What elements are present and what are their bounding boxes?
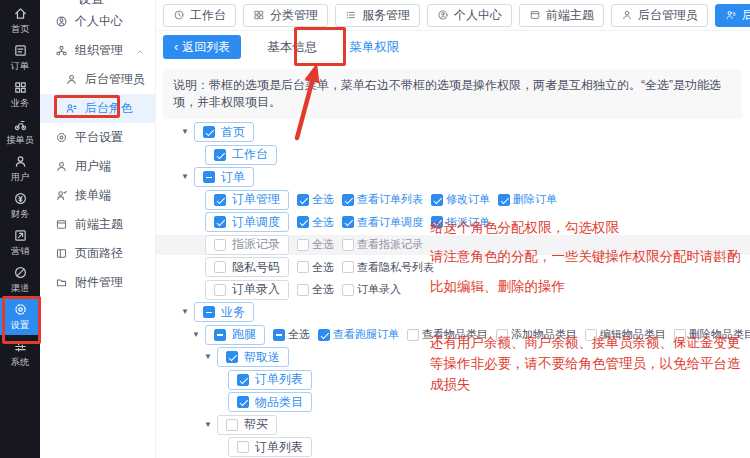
checkbox[interactable] [342,216,354,228]
caret-down-icon[interactable]: ▼ [204,353,217,361]
sidebar-item-admin-roles[interactable]: 后台角色 [40,94,155,123]
checkbox[interactable] [496,329,508,341]
permission-option[interactable]: 查看指派记录 [342,237,423,252]
checkbox[interactable] [431,194,443,206]
permission-option[interactable]: 全选 [297,282,334,297]
sidebar-item-user-client[interactable]: 用户端 [40,152,155,181]
checkbox[interactable] [585,329,597,341]
checkbox[interactable] [297,216,309,228]
rail-item-finance[interactable]: 财务 [0,187,40,224]
checkbox[interactable] [297,239,309,251]
rail-item-system[interactable]: 系统 [0,335,40,372]
checkbox[interactable] [674,329,686,341]
checkbox[interactable] [342,194,354,206]
checkbox[interactable] [226,419,238,431]
sidebar-item-attachments[interactable]: 附件管理 [40,268,155,297]
tree-node-订单管理[interactable]: 订单管理 [205,190,289,210]
checkbox[interactable] [214,194,226,206]
checkbox[interactable] [342,239,354,251]
caret-down-icon[interactable]: ▼ [181,308,194,316]
permission-option[interactable]: 查看隐私号列表 [342,260,434,275]
permission-option[interactable]: 全选 [297,215,334,230]
sidebar-item-platform-settings[interactable]: 平台设置 [40,123,155,152]
rail-item-couriers[interactable]: 接单员 [0,113,40,150]
tree-node-订单调度[interactable]: 订单调度 [205,212,289,232]
sidebar-item-profile[interactable]: 个人中心 [40,7,155,36]
tab-admin-accounts[interactable]: 后台管理员 [611,4,708,27]
sidebar-item-courier-client[interactable]: 接单端 [40,181,155,210]
checkbox[interactable] [498,194,510,206]
permission-option[interactable]: 查看订单列表 [342,192,423,207]
checkbox[interactable] [214,239,226,251]
tab-service-management[interactable]: 服务管理 [335,4,420,27]
checkbox[interactable] [226,351,238,363]
checkbox[interactable] [342,261,354,273]
permission-option[interactable]: 全选 [297,237,334,252]
permission-option[interactable]: 修改订单 [431,192,490,207]
rail-item-marketing[interactable]: 营销 [0,224,40,261]
checkbox[interactable] [214,149,226,161]
tree-node-隐私号码[interactable]: 隐私号码 [205,257,289,277]
checkbox[interactable] [203,126,215,138]
rail-item-business[interactable]: 业务 [0,76,40,113]
permission-option[interactable]: 全选 [297,192,334,207]
detail-tab-basic-info[interactable]: 基本信息 [267,39,317,56]
rail-item-settings[interactable]: 设置 [0,298,40,335]
permission-option[interactable]: 查看物品类目 [407,327,488,342]
checkbox[interactable] [237,441,249,453]
rail-item-users[interactable]: 用户 [0,150,40,187]
checkbox[interactable] [297,284,309,296]
checkbox[interactable] [407,329,419,341]
caret-down-icon[interactable]: ▼ [192,331,205,339]
tree-node-跑腿[interactable]: 跑腿 [205,325,265,345]
tree-node-帮取送[interactable]: 帮取送 [217,347,289,367]
checkbox[interactable] [431,216,443,228]
tree-node-指派记录[interactable]: 指派记录 [205,235,289,255]
permission-option[interactable]: 删除订单 [498,192,557,207]
tree-node-订单列表[interactable]: 订单列表 [228,370,312,390]
tab-frontend-theme[interactable]: 前端主题 [519,4,604,27]
checkbox[interactable] [297,194,309,206]
tree-node-订单录入[interactable]: 订单录入 [205,280,289,300]
sidebar-item-frontend-theme[interactable]: 前端主题 [40,210,155,239]
tree-node-帮买[interactable]: 帮买 [217,415,277,435]
tree-node-业务[interactable]: 业务 [194,302,254,322]
checkbox[interactable] [237,374,249,386]
tab-profile[interactable]: 个人中心 [427,4,512,27]
tab-workbench[interactable]: 工作台 [163,4,236,27]
back-to-list-button[interactable]: ‹ 返回列表 [163,35,241,59]
checkbox[interactable] [237,396,249,408]
permission-option[interactable]: 指派订单 [431,215,490,230]
caret-down-icon[interactable]: ▼ [181,173,194,181]
sidebar-item-org-management[interactable]: 组织管理 [40,36,155,65]
rail-item-channels[interactable]: 渠道 [0,261,40,298]
permission-option[interactable]: 全选 [297,260,334,275]
permission-option[interactable]: 查看订单调度 [342,215,423,230]
checkbox[interactable] [318,329,330,341]
tree-node-订单[interactable]: 订单 [194,167,254,187]
tree-node-物品类目[interactable]: 物品类目 [228,392,312,412]
detail-tab-menu-permissions[interactable]: 菜单权限 [349,39,399,56]
checkbox[interactable] [214,284,226,296]
checkbox[interactable] [214,329,226,341]
checkbox[interactable] [203,171,215,183]
permission-option[interactable]: 查看跑腿订单 [318,327,399,342]
permission-option[interactable]: 添加物品类目 [496,327,577,342]
tab-admin-roles[interactable]: 后台角色✕ [715,4,750,27]
rail-item-orders[interactable]: 订单 [0,39,40,76]
checkbox[interactable] [273,329,285,341]
tree-node-首页[interactable]: 首页 [194,122,254,142]
permission-option[interactable]: 删除物品类目 [674,327,750,342]
permission-option[interactable]: 订单录入 [342,282,401,297]
checkbox[interactable] [297,261,309,273]
sidebar-item-page-paths[interactable]: 页面路径 [40,239,155,268]
checkbox[interactable] [214,261,226,273]
caret-down-icon[interactable]: ▼ [181,128,194,136]
tree-node-订单列表[interactable]: 订单列表 [228,437,312,457]
tab-category-management[interactable]: 分类管理 [243,4,328,27]
permission-option[interactable]: 全选 [273,327,310,342]
checkbox[interactable] [214,216,226,228]
rail-item-home[interactable]: 首页 [0,2,40,39]
checkbox[interactable] [203,306,215,318]
checkbox[interactable] [342,284,354,296]
